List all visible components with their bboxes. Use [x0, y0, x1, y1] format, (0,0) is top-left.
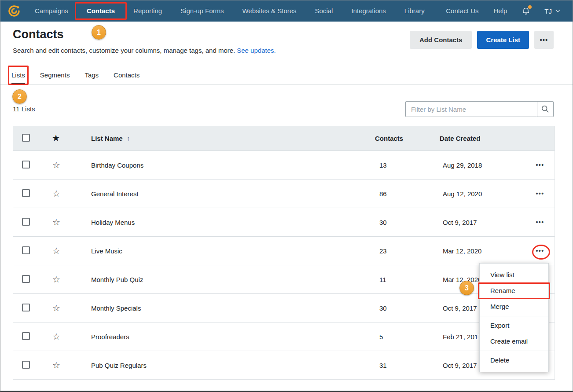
nav-label: Contacts — [87, 7, 115, 15]
menu-item-label: Export — [490, 322, 509, 329]
see-updates-link[interactable]: See updates. — [237, 47, 275, 54]
nav-label: Sign-up Forms — [180, 7, 224, 15]
tab-tags[interactable]: Tags — [84, 66, 99, 84]
nav-item-integrations[interactable]: Integrations — [342, 0, 395, 22]
favorites-column-header-star-icon: ★ — [47, 133, 80, 143]
contacts-count: 86 — [354, 190, 420, 198]
filter-input[interactable] — [406, 102, 537, 117]
table-row: ☆ Monthly Specials 30 Oct 9, 2017 ••• — [13, 293, 555, 322]
search-button[interactable] — [537, 102, 553, 117]
header-actions: Add Contacts Create List ••• — [410, 31, 554, 49]
notification-dot — [528, 5, 532, 9]
row-checkbox[interactable] — [22, 189, 30, 197]
date-created: Oct 9, 2017 — [420, 219, 525, 226]
menu-item-rename[interactable]: Rename — [480, 283, 548, 299]
row-checkbox[interactable] — [22, 332, 30, 340]
menu-item-view-list[interactable]: View list — [480, 267, 548, 283]
date-created-header: Date Created — [420, 135, 525, 142]
table-row: ☆ Birthday Coupons 13 Aug 29, 2018 ••• — [13, 150, 555, 179]
nav-label: Campaigns — [35, 7, 68, 15]
contacts-count: 31 — [354, 362, 420, 369]
search-icon — [541, 105, 549, 113]
tab-label: Contacts — [114, 71, 140, 79]
select-all-checkbox[interactable] — [22, 134, 30, 142]
table-row: ☆ Monthly Pub Quiz 11 Mar 12, 2020 ••• — [13, 265, 555, 293]
menu-item-merge[interactable]: Merge — [480, 299, 548, 315]
date-created: Aug 12, 2020 — [420, 190, 525, 198]
date-created: Mar 12, 2020 — [420, 247, 525, 255]
nav-item-signup-forms[interactable]: Sign-up Forms — [171, 0, 233, 22]
list-name-link[interactable]: Proofreaders — [80, 333, 354, 341]
contacts-count: 23 — [354, 247, 420, 255]
annotation-step-1: 1 — [92, 25, 106, 40]
star-icon[interactable]: ☆ — [47, 360, 80, 370]
list-name-header[interactable]: List Name↑ — [80, 135, 354, 142]
constant-contact-logo-icon — [7, 4, 21, 18]
list-name-link[interactable]: General Interest — [80, 190, 354, 198]
app-logo[interactable] — [7, 4, 21, 18]
table-row: ☆ General Interest 86 Aug 12, 2020 ••• — [13, 179, 555, 208]
tab-segments[interactable]: Segments — [40, 66, 70, 84]
row-more-button-live-music[interactable]: ••• — [525, 247, 555, 254]
list-count: 11 Lists — [13, 105, 35, 113]
nav-item-contact-us[interactable]: Contact Us — [438, 0, 486, 22]
top-nav: Campaigns Contacts Reporting Sign-up For… — [0, 0, 573, 22]
nav-item-campaigns[interactable]: Campaigns — [26, 0, 77, 22]
user-menu[interactable]: TJ — [537, 0, 567, 22]
menu-item-export[interactable]: Export — [480, 318, 548, 333]
nav-item-reporting[interactable]: Reporting — [124, 0, 171, 22]
nav-item-websites-stores[interactable]: Websites & Stores — [233, 0, 305, 22]
nav-item-contacts[interactable]: Contacts — [77, 0, 124, 22]
menu-item-create-email[interactable]: Create email — [480, 333, 548, 349]
menu-item-label: Delete — [490, 356, 509, 364]
list-name-link[interactable]: Monthly Pub Quiz — [80, 276, 354, 283]
nav-label: Contact Us — [446, 7, 478, 15]
table-row: ☆ Live Music 23 Mar 12, 2020 ••• — [13, 236, 555, 265]
nav-item-social[interactable]: Social — [306, 0, 342, 22]
star-icon[interactable]: ☆ — [47, 303, 80, 313]
tab-bar: Lists Segments Tags Contacts — [0, 66, 573, 84]
star-icon[interactable]: ☆ — [47, 331, 80, 342]
row-checkbox[interactable] — [22, 275, 30, 283]
row-checkbox[interactable] — [22, 304, 30, 311]
nav-item-library[interactable]: Library — [395, 0, 434, 22]
tab-label: Lists — [11, 71, 25, 79]
contacts-count: 5 — [354, 333, 420, 341]
list-name-link[interactable]: Live Music — [80, 247, 354, 255]
page-more-button[interactable]: ••• — [534, 31, 554, 49]
page: Campaigns Contacts Reporting Sign-up For… — [0, 0, 573, 392]
nav-right: Contact Us Help TJ — [438, 0, 573, 22]
tab-contacts[interactable]: Contacts — [114, 66, 140, 84]
list-name-link[interactable]: Birthday Coupons — [80, 161, 354, 169]
list-name-link[interactable]: Pub Quiz Regulars — [80, 362, 354, 369]
contacts-count: 30 — [354, 219, 420, 226]
row-checkbox[interactable] — [22, 218, 30, 226]
nav-item-help[interactable]: Help — [486, 0, 514, 22]
star-icon[interactable]: ☆ — [47, 188, 80, 199]
table-header: ★ List Name↑ Contacts Date Created — [13, 126, 555, 150]
star-icon[interactable]: ☆ — [47, 217, 80, 227]
page-title: Contacts — [13, 28, 64, 41]
row-more-button[interactable]: ••• — [525, 161, 555, 169]
tab-lists[interactable]: Lists — [11, 66, 25, 84]
lists-table: ★ List Name↑ Contacts Date Created ☆ Bir… — [13, 126, 555, 380]
add-contacts-button[interactable]: Add Contacts — [410, 31, 472, 49]
table-row: ☆ Holiday Menus 30 Oct 9, 2017 ••• — [13, 208, 555, 236]
row-checkbox[interactable] — [22, 361, 30, 369]
menu-item-label: View list — [490, 271, 514, 278]
tab-label: Segments — [40, 71, 70, 79]
list-name-link[interactable]: Monthly Specials — [80, 304, 354, 312]
star-icon[interactable]: ☆ — [47, 160, 80, 170]
row-more-button[interactable]: ••• — [525, 219, 555, 226]
row-checkbox[interactable] — [22, 161, 30, 169]
menu-item-delete[interactable]: Delete — [480, 352, 548, 368]
menu-item-label: Rename — [490, 287, 515, 294]
nav-label: Social — [315, 7, 333, 15]
row-checkbox[interactable] — [22, 246, 30, 254]
notifications-button[interactable] — [514, 0, 537, 22]
create-list-button[interactable]: Create List — [477, 31, 529, 49]
star-icon[interactable]: ☆ — [47, 274, 80, 285]
list-name-link[interactable]: Holiday Menus — [80, 219, 354, 226]
row-more-button[interactable]: ••• — [525, 190, 555, 197]
star-icon[interactable]: ☆ — [47, 245, 80, 256]
